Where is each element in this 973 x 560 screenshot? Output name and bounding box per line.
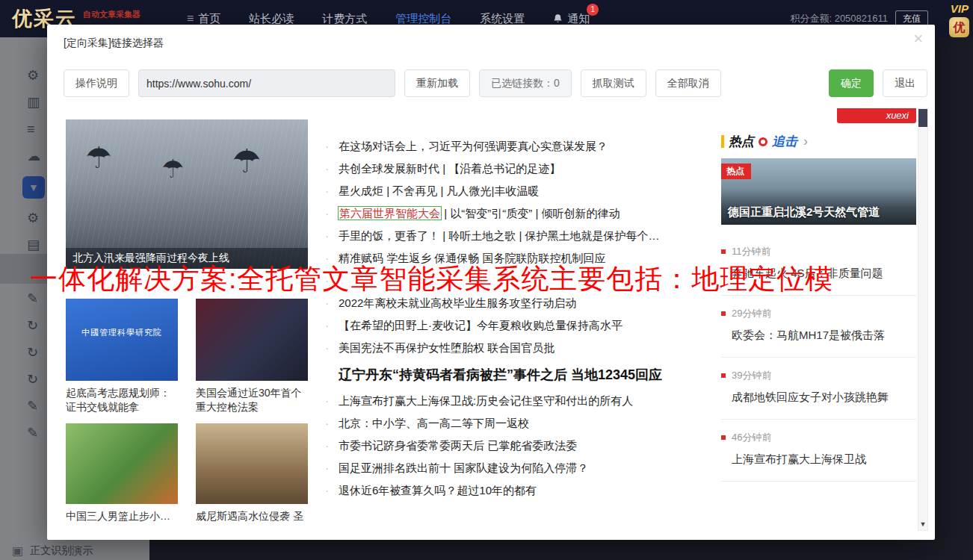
- photo-column: ☂ ☂ ☂ 北方入汛来最强降雨过程今夜上线 中國管理科學研究院 起底高考志愿规划…: [66, 119, 308, 531]
- menu-icon: ≡: [187, 12, 194, 25]
- nav-console[interactable]: 管理控制台: [395, 12, 451, 26]
- news-timestamp: 29分钟前: [732, 308, 771, 319]
- exit-button[interactable]: 退出: [883, 69, 927, 97]
- bullet-icon: ·: [325, 183, 339, 199]
- bullet-icon: ·: [325, 317, 339, 333]
- screen: ⚙ ▥ ≡ ☁ ▼ ⚙ ▤ ≡ ✎ ↻ ↻ ↻: [0, 0, 973, 560]
- bell-icon: [553, 13, 563, 24]
- brand-seal-icon: 优: [949, 17, 969, 37]
- ad-banner[interactable]: xuexi: [837, 108, 916, 123]
- bullet-icon: ·: [325, 228, 339, 243]
- bullet-icon: ·: [325, 460, 339, 476]
- venice-flood-image: [196, 423, 308, 504]
- help-button[interactable]: 操作说明: [64, 69, 129, 97]
- hot-topics-header[interactable]: 热点 追击 ›: [721, 133, 916, 150]
- hot-topics-column: 热点 追击 › 热点 德国正重启北溪2号天然气管道 11分钟前 奔驰车起火 4S…: [721, 133, 916, 482]
- url-input[interactable]: [138, 69, 395, 97]
- photo-card[interactable]: 美国会通过近30年首个重大控枪法案: [196, 299, 308, 423]
- main-nav: ≡ 首页 站长必读 计费方式 管理控制台 系统设置 通知 1: [187, 12, 590, 26]
- hot-tag: 热点: [721, 164, 751, 179]
- news-title: 欧委会：马航MH17是被俄击落: [721, 328, 916, 343]
- chevron-right-icon: ›: [803, 134, 808, 149]
- headline-row[interactable]: · 共创全球发展新时代 | 【沿着总书记的足迹】: [325, 161, 711, 176]
- headline-row[interactable]: · 第六届世界智能大会 | 以“智变”引“质变” | 倾听创新的律动: [325, 205, 711, 221]
- news-timestamp: 11分钟前: [732, 246, 771, 257]
- news-title: 成都地铁回应女子对小孩跳艳舞: [721, 390, 916, 405]
- headline-row[interactable]: · 国足亚洲排名跌出前十 国家队建设为何陷入停滞？: [325, 460, 711, 476]
- preview-scrollbar[interactable]: ▼: [918, 108, 928, 531]
- headline-row[interactable]: · 退休近6年被查算久吗？超过10年的都有: [325, 482, 711, 498]
- confirm-button[interactable]: 确定: [829, 69, 874, 97]
- bullet-icon: ·: [325, 205, 339, 221]
- yellow-bar-icon: [721, 135, 724, 148]
- photo-card[interactable]: 中国三人男篮止步小组赛: [66, 423, 178, 531]
- red-square-bullet: [721, 373, 726, 378]
- watermark-text: 一体化解决方案:全托管文章智能采集系统主要包括：地理定位模: [30, 261, 973, 298]
- headline-row[interactable]: · 美国宪法不再保护女性堕胎权 联合国官员批: [325, 340, 711, 355]
- grab-test-button[interactable]: 抓取测试: [581, 69, 646, 97]
- scroll-down-icon[interactable]: ▼: [918, 520, 927, 528]
- headline-row[interactable]: · 手里的饭，更香了！ | 聆听土地之歌 | 保护黑土地就是保护每个…: [325, 228, 711, 243]
- headline-row[interactable]: · 市委书记跻身省委常委两天后 已掌舵省委政法委: [325, 438, 711, 453]
- headline-row[interactable]: · 在这场对话会上，习近平为何强调要真心实意谋发展？: [325, 138, 711, 154]
- news-timestamp: 46分钟前: [732, 432, 771, 443]
- bullet-icon: ·: [325, 340, 339, 355]
- nav-home[interactable]: ≡ 首页: [187, 12, 220, 26]
- red-square-bullet: [721, 311, 726, 316]
- headline-row[interactable]: · 辽宁丹东“持黄码者看病被拦”事件之后 当地12345回应: [325, 366, 711, 384]
- hot-news-item[interactable]: 46分钟前 上海宣布打赢大上海保卫战: [721, 420, 916, 482]
- bullet-icon: ·: [325, 161, 339, 176]
- nav-billing[interactable]: 计费方式: [322, 12, 367, 26]
- close-icon[interactable]: ×: [913, 31, 923, 47]
- nav-must-read[interactable]: 站长必读: [249, 12, 294, 26]
- research-institute-image: 中國管理科學研究院: [66, 299, 178, 381]
- bullet-icon: ·: [325, 393, 339, 408]
- umbrella-icon: ☂: [161, 154, 184, 184]
- news-timestamp: 39分钟前: [732, 370, 771, 381]
- hot-news-item[interactable]: 39分钟前 成都地铁回应女子对小孩跳艳舞: [721, 358, 916, 420]
- reload-button[interactable]: 重新加载: [404, 69, 470, 97]
- hot-news-item[interactable]: 29分钟前 欧委会：马航MH17是被俄击落: [721, 296, 916, 358]
- logo-subtitle: 自动文章采集器: [83, 9, 140, 20]
- scrollbar-thumb[interactable]: [918, 109, 927, 127]
- vip-badge: VIP: [951, 2, 969, 15]
- photo-card-grid: 中國管理科學研究院 起底高考志愿规划师：证书交钱就能拿 美国会通过近30年首个重…: [66, 299, 308, 531]
- web-preview-frame: xuexi ☂ ☂ ☂ 北方入汛来最强降雨过程今夜上线 中國管理科學研究院 起底…: [66, 108, 918, 531]
- credit-balance: 积分金额: 2050821611: [790, 12, 888, 25]
- lead-photo[interactable]: ☂ ☂ ☂ 北方入汛来最强降雨过程今夜上线: [66, 119, 308, 269]
- us-congress-image: [196, 299, 308, 381]
- headline-row[interactable]: · 上海宣布打赢大上海保卫战:历史会记住坚守和付出的所有人: [325, 393, 711, 408]
- bullet-icon: ·: [325, 438, 339, 453]
- headline-list: · 在这场对话会上，习近平为何强调要真心实意谋发展？ · 共创全球发展新时代 |…: [325, 138, 711, 505]
- umbrella-icon: ☂: [232, 142, 261, 180]
- nav-settings[interactable]: 系统设置: [480, 12, 525, 26]
- dialog-toolbar: 操作说明 重新加载 已选链接数：0 抓取测试 全部取消 确定 退出: [64, 69, 927, 97]
- notification-badge: 1: [587, 4, 599, 16]
- target-icon: [759, 137, 767, 146]
- bullet-icon: ·: [325, 415, 339, 431]
- photo-card[interactable]: 中國管理科學研究院 起底高考志愿规划师：证书交钱就能拿: [66, 299, 178, 423]
- nav-notifications[interactable]: 通知 1: [553, 12, 590, 26]
- news-title: 上海宣布打赢大上海保卫战: [721, 452, 916, 467]
- photo-card[interactable]: 威尼斯遇高水位侵袭 圣: [196, 423, 308, 531]
- headline-row[interactable]: · 【在希望的田野上·麦收记】今年夏粮收购总量保持高水平: [325, 317, 711, 333]
- headline-row[interactable]: · 星火成炬 | 不舍再见 | 凡人微光|丰收温暖: [325, 183, 711, 199]
- selected-count-button[interactable]: 已选链接数：0: [479, 69, 572, 97]
- dialog-title: [定向采集]链接选择器: [64, 37, 164, 50]
- hot-image-caption: 德国正重启北溪2号天然气管道: [728, 205, 880, 220]
- umbrella-icon: ☂: [85, 140, 112, 175]
- headline-row[interactable]: · 北京：中小学、高一高二等下周一返校: [325, 415, 711, 431]
- basketball-image: [66, 423, 178, 504]
- cancel-all-button[interactable]: 全部取消: [655, 69, 721, 97]
- bullet-icon: ·: [325, 138, 339, 154]
- bullet-icon: ·: [325, 482, 339, 498]
- red-square-bullet: [721, 249, 726, 254]
- hot-topic-image[interactable]: 热点 德国正重启北溪2号天然气管道: [721, 158, 916, 225]
- red-square-bullet: [721, 435, 726, 440]
- selected-link: 第六届世界智能大会: [339, 207, 441, 220]
